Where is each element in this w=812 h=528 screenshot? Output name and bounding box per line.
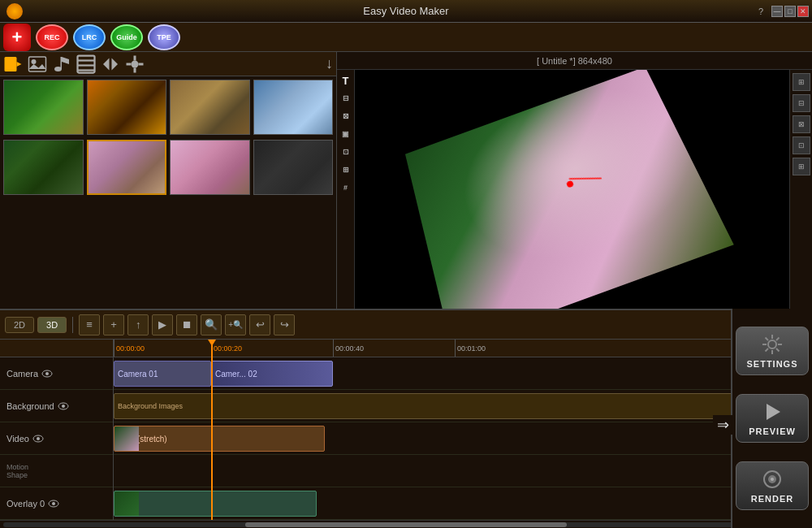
- overlay0-visibility-toggle[interactable]: [48, 498, 59, 509]
- preview-label: PREVIEW: [749, 426, 796, 436]
- camera-clip-2[interactable]: Camer... 02: [211, 361, 333, 387]
- camera-clip-1[interactable]: Camera 01: [114, 361, 211, 387]
- lrc-button[interactable]: LRC: [73, 24, 106, 50]
- grid-view-3-button[interactable]: ⊠: [793, 115, 810, 133]
- svg-line-32: [766, 348, 769, 352]
- media-audio-btn[interactable]: [52, 54, 71, 74]
- thumbnail-item[interactable]: [3, 80, 84, 135]
- svg-line-29: [766, 337, 769, 340]
- grid-view-2-button[interactable]: ⊟: [793, 94, 810, 112]
- tl-play-button[interactable]: ▶: [152, 314, 173, 335]
- motion-label: Motion: [6, 463, 28, 471]
- preview-video-display: [405, 70, 734, 348]
- tl-redo-button[interactable]: ↪: [274, 314, 295, 335]
- video-clip[interactable]: (stretch): [114, 426, 325, 452]
- preview-button[interactable]: PREVIEW: [736, 394, 809, 443]
- align-center-button[interactable]: ⊠: [339, 109, 353, 123]
- align-right-button[interactable]: ▣: [339, 127, 353, 141]
- motion-shape-label-col: Motion Shape: [6, 463, 28, 479]
- timeline-body: Camera Background Video: [0, 340, 812, 520]
- thumbnail-item[interactable]: [3, 140, 84, 195]
- grid-view-4-button[interactable]: ⊡: [793, 136, 810, 154]
- svg-line-31: [776, 337, 780, 340]
- tl-add-button[interactable]: +: [103, 314, 124, 335]
- ruler-mark-20: 00:00:20: [211, 340, 242, 357]
- video-track-row: (stretch): [114, 422, 812, 455]
- track-label-overlay0: Overlay 0: [0, 487, 113, 520]
- window-controls: — □ ✕: [771, 6, 809, 17]
- video-visibility-toggle[interactable]: [32, 433, 44, 444]
- align-top-button[interactable]: ⊡: [339, 145, 353, 159]
- tl-zoom-in-button[interactable]: +🔍: [225, 314, 246, 335]
- svg-point-21: [37, 437, 40, 440]
- preview-title: [ Untitle *] 864x480: [337, 52, 812, 70]
- svg-line-30: [776, 348, 780, 352]
- settings-gear-icon: [761, 333, 784, 356]
- preview-title-text: [ Untitle *] 864x480: [537, 56, 612, 66]
- thumbnail-item[interactable]: [253, 80, 334, 135]
- text-tool-button[interactable]: T: [339, 73, 353, 88]
- track-label-background: Background: [0, 390, 113, 422]
- media-transition-btn[interactable]: [101, 54, 120, 74]
- background-clip[interactable]: Background Images: [114, 393, 806, 419]
- tl-zoom-out-button[interactable]: 🔍: [201, 314, 222, 335]
- timeline-topbar: 2D 3D ≡ + ↑ ▶ ⏹ 🔍 +🔍 ↩ ↪: [0, 310, 812, 340]
- camera-label: Camera: [6, 369, 38, 379]
- thumbnail-item[interactable]: [170, 80, 250, 135]
- tracking-line: [569, 177, 602, 180]
- mode-3d-button[interactable]: 3D: [37, 317, 67, 333]
- scrollbar-track[interactable]: [3, 522, 809, 527]
- maximize-button[interactable]: □: [784, 6, 796, 17]
- media-plugin-btn[interactable]: [125, 54, 145, 74]
- track-label-video: Video: [0, 422, 113, 455]
- overlay0-clip[interactable]: [114, 491, 317, 517]
- media-toolbar: ↓: [0, 52, 336, 76]
- align-bottom-button[interactable]: ⊞: [339, 162, 353, 177]
- mode-2d-button[interactable]: 2D: [5, 317, 34, 333]
- minimize-button[interactable]: —: [771, 6, 783, 17]
- track-content[interactable]: 00:00:00 00:00:20 00:00:40 00:01:00 Came…: [114, 340, 812, 520]
- media-image-btn[interactable]: [76, 54, 96, 74]
- scrollbar-thumb[interactable]: [245, 522, 568, 527]
- thumbnail-item[interactable]: [87, 80, 167, 135]
- thumbnail-item[interactable]: [170, 140, 250, 195]
- tl-stop-button[interactable]: ⏹: [176, 314, 197, 335]
- thumbnail-item[interactable]: [253, 140, 334, 195]
- add-button[interactable]: +: [3, 24, 31, 51]
- track-labels: Camera Background Video: [0, 340, 114, 520]
- download-button[interactable]: ↓: [326, 55, 333, 72]
- tl-upload-button[interactable]: ↑: [127, 314, 149, 335]
- shape-label: Shape: [6, 471, 28, 479]
- help-button[interactable]: ?: [758, 6, 763, 16]
- grid-view-5-button[interactable]: ⊞: [793, 158, 810, 175]
- render-label: RENDER: [751, 494, 793, 504]
- settings-button[interactable]: SETTINGS: [736, 327, 809, 375]
- svg-point-36: [771, 478, 774, 481]
- svg-rect-2: [29, 57, 46, 71]
- media-photo-btn[interactable]: [28, 54, 47, 74]
- camera-visibility-toggle[interactable]: [41, 368, 53, 379]
- render-button[interactable]: RENDER: [736, 461, 809, 510]
- main-toolbar: + REC LRC Guide TPE: [0, 23, 812, 52]
- media-video-btn[interactable]: [3, 54, 23, 74]
- app-logo: [6, 3, 23, 19]
- background-visibility-toggle[interactable]: [58, 400, 69, 412]
- tpe-button[interactable]: TPE: [148, 24, 180, 50]
- guide-button[interactable]: Guide: [110, 24, 143, 50]
- overlay0-track-row: [114, 487, 812, 520]
- rec-button[interactable]: REC: [36, 24, 68, 50]
- timeline-scrollbar[interactable]: [0, 520, 812, 528]
- settings-label: SETTINGS: [746, 359, 797, 369]
- tl-list-button[interactable]: ≡: [79, 314, 100, 335]
- align-left-button[interactable]: ⊟: [339, 91, 353, 106]
- grid-button[interactable]: #: [339, 180, 353, 195]
- thumbnail-item-selected[interactable]: [87, 140, 167, 195]
- close-button[interactable]: ✕: [797, 6, 809, 17]
- grid-view-1-button[interactable]: ⊞: [793, 73, 810, 91]
- time-ruler: 00:00:00 00:00:20 00:00:40 00:01:00: [114, 340, 812, 357]
- timeline-section: 2D 3D ≡ + ↑ ▶ ⏹ 🔍 +🔍 ↩ ↪ Camera Back: [0, 309, 812, 528]
- video-clip-thumb: [114, 426, 139, 452]
- tl-undo-button[interactable]: ↩: [249, 314, 270, 335]
- render-icon: [761, 468, 784, 491]
- video-label: Video: [6, 434, 29, 444]
